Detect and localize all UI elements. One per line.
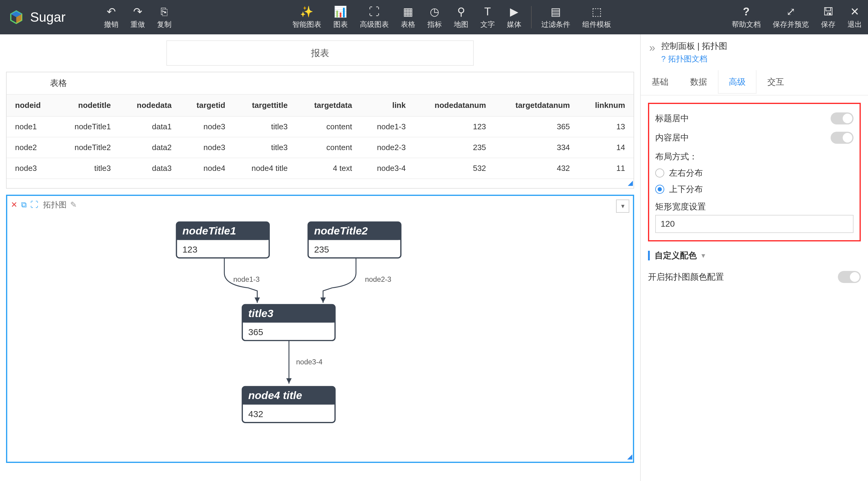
- topology-widget[interactable]: ✕ ⧉ ⛶ 拓扑图 ✎ ▾ nodeTitle1123 nodeTitle223…: [6, 195, 634, 463]
- title-center-label: 标题居中: [655, 113, 689, 124]
- column-header: nodeid: [7, 94, 57, 116]
- column-header: nodetitle: [57, 94, 119, 116]
- help-icon: ?: [743, 5, 749, 19]
- table-row[interactable]: node2nodeTitle2data2node3title3contentno…: [7, 137, 633, 158]
- svg-text:123: 123: [182, 245, 197, 254]
- edit-icon[interactable]: ✎: [70, 200, 77, 210]
- custom-color-section[interactable]: 自定义配色▾: [648, 248, 861, 267]
- svg-text:nodeTitle2: nodeTitle2: [314, 225, 368, 237]
- copy-icon: ⎘: [161, 5, 167, 19]
- svg-text:node1-3: node1-3: [233, 275, 259, 283]
- column-header: targetdata: [296, 94, 361, 116]
- gauge-icon: ◷: [430, 5, 439, 19]
- content-center-label: 内容居中: [655, 132, 689, 143]
- table-button[interactable]: ▦表格: [395, 0, 421, 34]
- svg-text:365: 365: [248, 327, 264, 337]
- widget-dropdown[interactable]: ▾: [616, 199, 629, 213]
- canvas-area: 报表 表格 nodeidnodetitlenodedatatargetidtar…: [0, 34, 640, 481]
- tab-data[interactable]: 数据: [679, 70, 718, 95]
- collapse-panel-icon[interactable]: »: [649, 41, 655, 54]
- fullscreen-icon[interactable]: ⛶: [30, 200, 38, 210]
- table-row[interactable]: node1nodeTitle1data1node3title3contentno…: [7, 116, 633, 137]
- tab-basic[interactable]: 基础: [641, 70, 679, 95]
- filter-button[interactable]: ▤过滤条件: [535, 0, 576, 34]
- svg-text:nodeTitle1: nodeTitle1: [182, 225, 236, 237]
- column-header: nodedata: [119, 94, 180, 116]
- report-title-box[interactable]: 报表: [166, 40, 474, 66]
- doc-link[interactable]: ?拓扑图文档: [661, 54, 727, 64]
- media-button[interactable]: ▶媒体: [501, 0, 527, 34]
- resize-handle-icon[interactable]: ◢: [7, 179, 633, 188]
- column-header: targetid: [180, 94, 234, 116]
- property-panel: » 控制面板 | 拓扑图 ?拓扑图文档 基础 数据 高级 交互 标题居中 内容居…: [640, 34, 868, 481]
- widget-name: 拓扑图: [43, 199, 67, 210]
- help-icon: ?: [661, 54, 665, 64]
- svg-text:title3: title3: [248, 308, 274, 319]
- column-header: linknum: [578, 94, 633, 116]
- layout-lr-option[interactable]: 左右分布: [655, 165, 854, 181]
- resize-handle-icon[interactable]: ◢: [627, 453, 632, 460]
- title-center-toggle[interactable]: [831, 113, 854, 125]
- rect-width-input[interactable]: [655, 215, 854, 233]
- save-preview-button[interactable]: ⤢保存并预览: [767, 0, 815, 34]
- data-table: nodeidnodetitlenodedatatargetidtargettit…: [7, 94, 633, 179]
- duplicate-icon[interactable]: ⧉: [21, 200, 27, 210]
- magic-icon: ✨: [300, 5, 313, 19]
- media-icon: ▶: [510, 5, 518, 19]
- component-tpl-button[interactable]: ⬚组件模板: [576, 0, 617, 34]
- panel-tabs: 基础 数据 高级 交互: [641, 70, 868, 96]
- redo-icon: ↷: [133, 5, 142, 19]
- top-toolbar: Sugar ↶撤销 ↷重做 ⎘复制 ✨智能图表 📊图表 ⛶高级图表 ▦表格 ◷指…: [0, 0, 868, 34]
- table-widget[interactable]: 表格 nodeidnodetitlenodedatatargetidtarget…: [6, 72, 634, 189]
- delete-icon[interactable]: ✕: [11, 200, 18, 210]
- table-row[interactable]: node3title3data3node4node4 title4 textno…: [7, 158, 633, 179]
- content-center-toggle[interactable]: [831, 132, 854, 144]
- column-header: link: [361, 94, 414, 116]
- table-widget-title: 表格: [7, 72, 633, 94]
- close-icon: ✕: [850, 5, 859, 19]
- brand-name: Sugar: [30, 10, 65, 25]
- column-header: targetdatanum: [495, 94, 578, 116]
- undo-icon: ↶: [107, 5, 116, 19]
- save-icon: 🖫: [823, 5, 834, 19]
- smart-chart-button[interactable]: ✨智能图表: [286, 0, 327, 34]
- panel-title: 控制面板 | 拓扑图: [661, 40, 727, 52]
- redo-button[interactable]: ↷重做: [124, 0, 151, 34]
- exit-button[interactable]: ✕退出: [841, 0, 868, 34]
- highlighted-settings: 标题居中 内容居中 布局方式： 左右分布 上下分布 矩形宽度设置: [648, 103, 861, 242]
- svg-text:235: 235: [314, 245, 329, 254]
- svg-text:432: 432: [248, 409, 264, 419]
- layout-tb-option[interactable]: 上下分布: [655, 181, 854, 197]
- help-button[interactable]: ?帮助文档: [726, 0, 767, 34]
- adv-chart-button[interactable]: ⛶高级图表: [354, 0, 395, 34]
- indicator-button[interactable]: ◷指标: [421, 0, 448, 34]
- layout-label: 布局方式：: [655, 148, 854, 165]
- tab-advanced[interactable]: 高级: [718, 70, 756, 95]
- enable-topo-color-label: 开启拓扑图颜色配置: [648, 271, 724, 283]
- expand-icon: ⤢: [786, 5, 795, 19]
- chevron-down-icon: ▾: [702, 252, 705, 259]
- map-icon: ⚲: [457, 5, 465, 19]
- radio-icon: [655, 168, 664, 178]
- undo-button[interactable]: ↶撤销: [98, 0, 124, 34]
- svg-text:node2-3: node2-3: [365, 275, 391, 283]
- column-header: nodedatanum: [414, 94, 494, 116]
- enable-topo-color-toggle[interactable]: [838, 271, 861, 283]
- save-button[interactable]: 🖫保存: [815, 0, 841, 34]
- copy-button[interactable]: ⎘复制: [151, 0, 178, 34]
- filter-icon: ▤: [551, 5, 561, 19]
- logo-area: Sugar: [0, 0, 74, 34]
- rect-width-label: 矩形宽度设置: [655, 197, 854, 215]
- template-icon: ⬚: [592, 5, 602, 19]
- radio-checked-icon: [655, 185, 664, 194]
- svg-text:node4 title: node4 title: [248, 389, 302, 402]
- tab-interact[interactable]: 交互: [756, 70, 795, 95]
- adv-chart-icon: ⛶: [369, 5, 380, 19]
- chart-button[interactable]: 📊图表: [327, 0, 354, 34]
- topology-svg: nodeTitle1123 nodeTitle2235 node1-3 node…: [7, 210, 633, 461]
- map-button[interactable]: ⚲地图: [448, 0, 474, 34]
- table-icon: ▦: [403, 5, 413, 19]
- text-icon: T: [484, 5, 491, 19]
- column-header: targettitle: [234, 94, 296, 116]
- text-button[interactable]: T文字: [474, 0, 501, 34]
